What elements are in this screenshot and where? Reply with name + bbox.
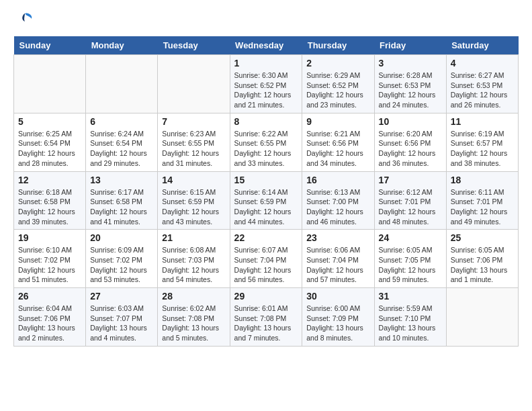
weekday-header-row: SundayMondayTuesdayWednesdayThursdayFrid… [14,36,519,55]
weekday-header-saturday: Saturday [446,36,518,55]
calendar-cell: 9Sunrise: 6:21 AM Sunset: 6:56 PM Daylig… [302,113,374,171]
calendar-cell: 15Sunrise: 6:14 AM Sunset: 6:59 PM Dayli… [230,171,302,230]
day-number: 23 [306,232,369,243]
day-number: 16 [306,175,369,185]
calendar-week-4: 19Sunrise: 6:10 AM Sunset: 7:02 PM Dayli… [14,230,519,288]
day-number: 28 [162,291,225,302]
calendar-cell: 7Sunrise: 6:23 AM Sunset: 6:55 PM Daylig… [158,113,230,171]
day-info: Sunrise: 6:23 AM Sunset: 6:55 PM Dayligh… [162,129,225,169]
day-info: Sunrise: 6:15 AM Sunset: 6:59 PM Dayligh… [162,187,225,227]
calendar-cell: 20Sunrise: 6:09 AM Sunset: 7:02 PM Dayli… [86,230,158,288]
calendar-cell: 11Sunrise: 6:19 AM Sunset: 6:57 PM Dayli… [446,113,518,171]
calendar-cell [446,288,518,347]
day-number: 8 [234,116,298,127]
day-info: Sunrise: 6:30 AM Sunset: 6:52 PM Dayligh… [234,71,298,110]
logo-bird-icon [15,11,34,30]
weekday-header-monday: Monday [86,36,158,55]
day-info: Sunrise: 6:09 AM Sunset: 7:02 PM Dayligh… [90,245,153,285]
day-info: Sunrise: 6:27 AM Sunset: 6:53 PM Dayligh… [451,71,514,110]
calendar-cell: 18Sunrise: 6:11 AM Sunset: 7:01 PM Dayli… [446,171,518,230]
day-info: Sunrise: 6:13 AM Sunset: 7:00 PM Dayligh… [306,187,369,227]
calendar-body: 1Sunrise: 6:30 AM Sunset: 6:52 PM Daylig… [14,55,519,347]
day-info: Sunrise: 6:06 AM Sunset: 7:04 PM Dayligh… [306,245,369,285]
day-number: 9 [306,116,369,127]
weekday-header-wednesday: Wednesday [230,36,302,55]
day-info: Sunrise: 6:02 AM Sunset: 7:08 PM Dayligh… [162,304,225,343]
day-number: 19 [18,232,81,243]
day-info: Sunrise: 6:05 AM Sunset: 7:05 PM Dayligh… [379,245,442,285]
calendar-week-2: 5Sunrise: 6:25 AM Sunset: 6:54 PM Daylig… [14,113,519,171]
calendar-cell [158,55,230,113]
calendar-cell: 28Sunrise: 6:02 AM Sunset: 7:08 PM Dayli… [158,288,230,347]
day-number: 26 [18,291,81,302]
day-info: Sunrise: 6:03 AM Sunset: 7:07 PM Dayligh… [90,304,153,343]
calendar-cell: 19Sunrise: 6:10 AM Sunset: 7:02 PM Dayli… [14,230,86,288]
calendar-cell: 25Sunrise: 6:05 AM Sunset: 7:06 PM Dayli… [446,230,518,288]
day-info: Sunrise: 6:22 AM Sunset: 6:55 PM Dayligh… [234,129,298,169]
calendar-cell [86,55,158,113]
day-info: Sunrise: 6:01 AM Sunset: 7:08 PM Dayligh… [234,304,298,343]
day-number: 14 [162,175,225,185]
calendar-cell: 30Sunrise: 6:00 AM Sunset: 7:09 PM Dayli… [302,288,374,347]
day-info: Sunrise: 6:29 AM Sunset: 6:52 PM Dayligh… [306,71,369,110]
calendar-cell: 1Sunrise: 6:30 AM Sunset: 6:52 PM Daylig… [230,55,302,113]
calendar-cell: 4Sunrise: 6:27 AM Sunset: 6:53 PM Daylig… [446,55,518,113]
day-info: Sunrise: 5:59 AM Sunset: 7:10 PM Dayligh… [379,304,442,343]
day-info: Sunrise: 6:18 AM Sunset: 6:58 PM Dayligh… [18,187,81,227]
calendar-cell: 13Sunrise: 6:17 AM Sunset: 6:58 PM Dayli… [86,171,158,230]
calendar-cell: 21Sunrise: 6:08 AM Sunset: 7:03 PM Dayli… [158,230,230,288]
weekday-header-tuesday: Tuesday [158,36,230,55]
calendar-cell: 31Sunrise: 5:59 AM Sunset: 7:10 PM Dayli… [374,288,446,347]
day-number: 27 [90,291,153,302]
day-info: Sunrise: 6:12 AM Sunset: 7:01 PM Dayligh… [379,187,442,227]
day-number: 7 [162,116,225,127]
day-info: Sunrise: 6:10 AM Sunset: 7:02 PM Dayligh… [18,245,81,285]
day-number: 3 [379,58,442,68]
weekday-header-friday: Friday [374,36,446,55]
calendar-week-3: 12Sunrise: 6:18 AM Sunset: 6:58 PM Dayli… [14,171,519,230]
calendar-cell: 12Sunrise: 6:18 AM Sunset: 6:58 PM Dayli… [14,171,86,230]
day-number: 18 [451,175,514,185]
day-info: Sunrise: 6:20 AM Sunset: 6:56 PM Dayligh… [379,129,442,169]
day-number: 30 [306,291,369,302]
day-number: 17 [379,175,442,185]
day-number: 21 [162,232,225,243]
day-number: 22 [234,232,298,243]
calendar-week-5: 26Sunrise: 6:04 AM Sunset: 7:06 PM Dayli… [14,288,519,347]
day-number: 5 [18,116,81,127]
day-info: Sunrise: 6:25 AM Sunset: 6:54 PM Dayligh… [18,129,81,169]
calendar-cell: 3Sunrise: 6:28 AM Sunset: 6:53 PM Daylig… [374,55,446,113]
calendar-cell: 23Sunrise: 6:06 AM Sunset: 7:04 PM Dayli… [302,230,374,288]
calendar-cell [14,55,86,113]
day-number: 10 [379,116,442,127]
calendar-cell: 8Sunrise: 6:22 AM Sunset: 6:55 PM Daylig… [230,113,302,171]
day-number: 12 [18,175,81,185]
calendar-cell: 5Sunrise: 6:25 AM Sunset: 6:54 PM Daylig… [14,113,86,171]
day-info: Sunrise: 6:04 AM Sunset: 7:06 PM Dayligh… [18,304,81,343]
day-info: Sunrise: 6:14 AM Sunset: 6:59 PM Dayligh… [234,187,298,227]
day-number: 15 [234,175,298,185]
calendar-cell: 6Sunrise: 6:24 AM Sunset: 6:54 PM Daylig… [86,113,158,171]
calendar-cell: 24Sunrise: 6:05 AM Sunset: 7:05 PM Dayli… [374,230,446,288]
day-number: 1 [234,58,298,68]
day-info: Sunrise: 6:21 AM Sunset: 6:56 PM Dayligh… [306,129,369,169]
day-number: 4 [451,58,514,68]
calendar-cell: 29Sunrise: 6:01 AM Sunset: 7:08 PM Dayli… [230,288,302,347]
calendar-cell: 14Sunrise: 6:15 AM Sunset: 6:59 PM Dayli… [158,171,230,230]
calendar-cell: 17Sunrise: 6:12 AM Sunset: 7:01 PM Dayli… [374,171,446,230]
day-info: Sunrise: 6:00 AM Sunset: 7:09 PM Dayligh… [306,304,369,343]
calendar-cell: 22Sunrise: 6:07 AM Sunset: 7:04 PM Dayli… [230,230,302,288]
day-info: Sunrise: 6:11 AM Sunset: 7:01 PM Dayligh… [451,187,514,227]
calendar-cell: 2Sunrise: 6:29 AM Sunset: 6:52 PM Daylig… [302,55,374,113]
day-info: Sunrise: 6:19 AM Sunset: 6:57 PM Dayligh… [451,129,514,169]
day-info: Sunrise: 6:24 AM Sunset: 6:54 PM Dayligh… [90,129,153,169]
day-number: 13 [90,175,153,185]
calendar-cell: 16Sunrise: 6:13 AM Sunset: 7:00 PM Dayli… [302,171,374,230]
day-info: Sunrise: 6:08 AM Sunset: 7:03 PM Dayligh… [162,245,225,285]
day-number: 6 [90,116,153,127]
day-number: 20 [90,232,153,243]
weekday-header-sunday: Sunday [14,36,86,55]
calendar-cell: 26Sunrise: 6:04 AM Sunset: 7:06 PM Dayli… [14,288,86,347]
calendar-cell: 27Sunrise: 6:03 AM Sunset: 7:07 PM Dayli… [86,288,158,347]
day-number: 24 [379,232,442,243]
